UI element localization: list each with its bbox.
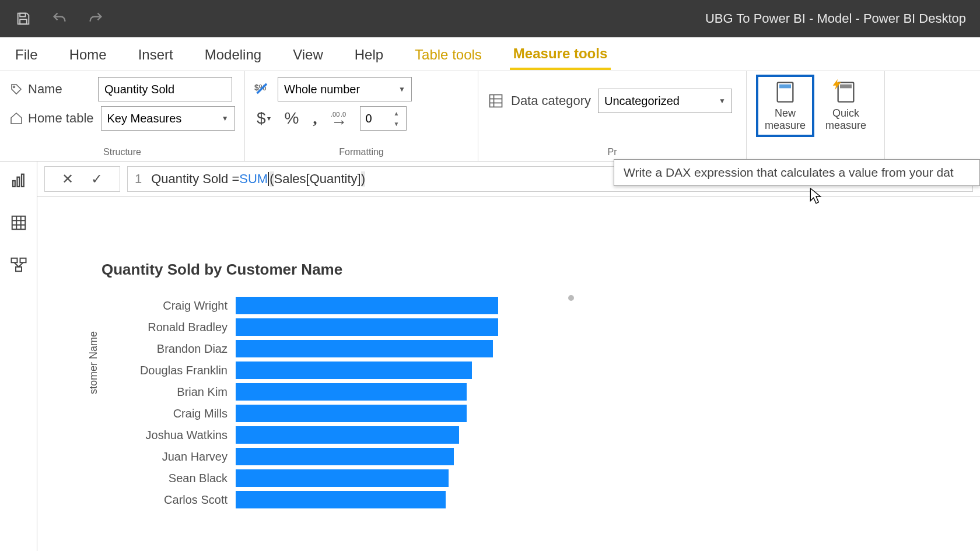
tab-home[interactable]: Home [66,40,110,69]
spin-up-icon[interactable]: ▲ [390,108,402,118]
y-axis-label: stomer Name [88,331,100,394]
formula-controls: ✕ ✓ [44,166,120,192]
group-label-properties: Pr [488,147,737,159]
tab-table-tools[interactable]: Table tools [411,40,485,69]
window-title: UBG To Power BI - Model - Power BI Deskt… [705,11,966,26]
main-canvas: ✕ ✓ 1 Quantity Sold = SUM( Sales[Quantit… [37,162,980,551]
svg-rect-24 [17,177,19,187]
bar-row: Brandon Diaz [102,338,545,359]
chart-visual[interactable]: Quantity Sold by Customer Name stomer Na… [37,196,980,510]
bar-row: Craig Wright [102,295,545,316]
bar-track [236,448,545,465]
name-input[interactable] [98,77,232,101]
tab-help[interactable]: Help [351,40,387,69]
data-category-select[interactable]: Uncategorized ▼ [598,89,732,113]
bar[interactable] [236,469,449,487]
tab-modeling[interactable]: Modeling [201,40,265,69]
data-category-label: Data category [511,93,591,108]
currency-button[interactable]: $▾ [254,107,273,130]
decimal-button[interactable]: .00.0 [328,108,351,128]
commit-formula-icon[interactable]: ✓ [91,171,103,187]
bar-label: Sean Black [102,472,236,485]
tab-measure-tools[interactable]: Measure tools [510,38,611,70]
bar[interactable] [236,362,472,379]
bar-track [236,491,545,508]
svg-line-34 [14,262,19,267]
save-icon[interactable] [14,9,33,28]
group-label-structure: Structure [9,147,235,159]
name-label: Name [9,82,91,97]
model-view-icon[interactable] [10,256,27,276]
svg-rect-32 [20,258,26,263]
bar[interactable] [236,426,459,444]
bar-track [236,405,545,422]
chevron-down-icon: ▼ [222,114,229,122]
bar-row: Sean Black [102,468,545,489]
title-bar: UBG To Power BI - Model - Power BI Deskt… [0,0,980,37]
group-calculations: New measure Quick measure [747,71,885,161]
tab-file[interactable]: File [12,40,41,69]
undo-icon[interactable] [50,9,69,28]
bar-row: Joshua Watkins [102,424,545,445]
bar[interactable] [236,405,467,422]
svg-rect-23 [13,181,15,187]
svg-rect-6 [490,95,502,107]
chevron-down-icon: ▼ [398,85,405,93]
bar[interactable] [236,491,446,508]
bar-track [236,340,545,357]
redo-icon[interactable] [86,9,105,28]
ribbon: Name Home table Key Measures ▼ Structure… [0,71,980,162]
bar-track [236,297,545,314]
tab-view[interactable]: View [289,40,327,69]
group-properties: Data category Uncategorized ▼ Pr [478,71,747,161]
chart-title: Quantity Sold by Customer Name [102,261,980,279]
chevron-down-icon: ▼ [719,97,726,105]
bar-row: Ronald Bradley [102,317,545,338]
group-formatting: $% Whole number ▼ $▾ % , .00.0 ▲▼ Format… [245,71,478,161]
bar[interactable] [236,448,454,465]
data-category-icon [488,93,504,109]
quick-measure-button[interactable]: Quick measure [817,75,875,137]
bar-label: Carlos Scott [102,493,236,507]
spin-down-icon[interactable]: ▼ [390,118,402,129]
new-measure-button[interactable]: New measure [756,75,814,137]
bar-track [236,318,545,336]
scroll-thumb[interactable] [568,295,574,301]
bar-row: Brian Kim [102,381,545,402]
bar[interactable] [236,318,498,336]
svg-line-35 [19,262,23,267]
bar-label: Brandon Diaz [102,342,236,356]
bar-chart: stomer Name Craig WrightRonald BradleyBr… [102,295,545,510]
svg-rect-31 [11,258,17,263]
bar-track [236,383,545,401]
bar-row: Douglas Franklin [102,360,545,381]
bar-row: Carlos Scott [102,489,545,510]
bar-label: Brian Kim [102,385,236,399]
report-view-icon[interactable] [10,172,27,192]
svg-rect-0 [20,13,25,17]
svg-rect-1 [20,19,27,24]
bar[interactable] [236,340,493,357]
data-view-icon[interactable] [10,214,27,234]
bar[interactable] [236,297,498,314]
cancel-formula-icon[interactable]: ✕ [62,171,74,187]
percent-button[interactable]: % [282,107,302,130]
thousands-button[interactable]: , [310,107,319,130]
decimal-places-input[interactable]: ▲▼ [360,106,407,131]
group-label-formatting: Formatting [254,147,468,159]
bar-label: Joshua Watkins [102,429,236,442]
format-type-select[interactable]: Whole number ▼ [278,77,412,101]
group-structure: Name Home table Key Measures ▼ Structure [0,71,245,161]
workspace: ✕ ✓ 1 Quantity Sold = SUM( Sales[Quantit… [0,162,980,551]
svg-text:.0: .0 [341,111,346,118]
svg-rect-26 [12,216,25,230]
bar-track [236,426,545,444]
tab-insert[interactable]: Insert [135,40,177,69]
svg-rect-11 [779,85,791,89]
bar-track [236,469,545,487]
bar-label: Juan Harvey [102,450,236,464]
bar-label: Douglas Franklin [102,364,236,377]
bar[interactable] [236,383,467,401]
home-table-select[interactable]: Key Measures ▼ [101,106,235,131]
svg-text:.00: .00 [331,111,340,118]
